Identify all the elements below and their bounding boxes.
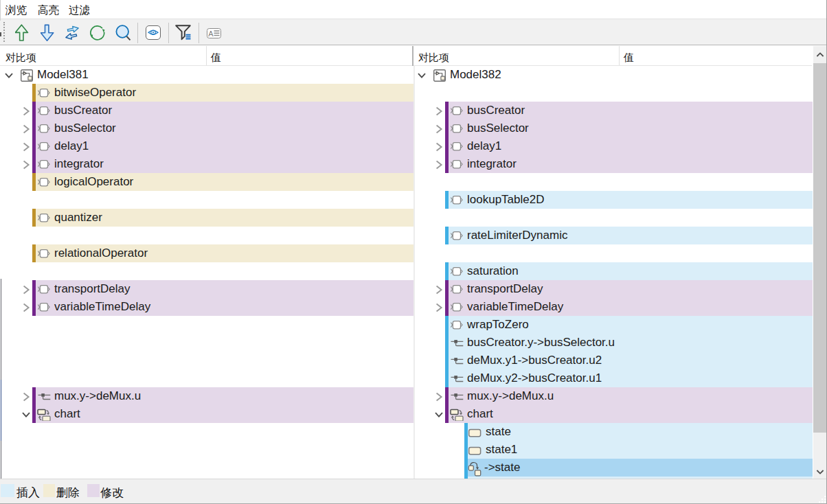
svg-text:A: A bbox=[208, 30, 214, 38]
